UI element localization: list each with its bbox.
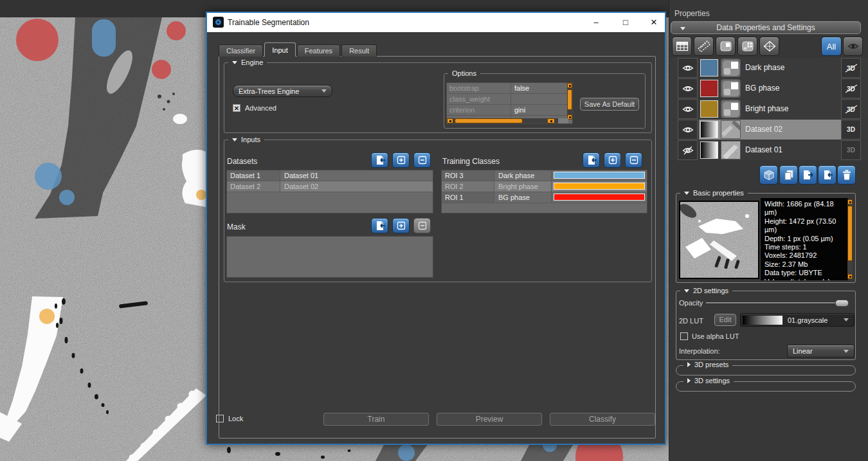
tab-bar: Classifier Input Features Result (219, 42, 378, 57)
roi-type-icon (721, 100, 741, 118)
dataset-lut-swatch[interactable] (700, 121, 718, 138)
show-all-button[interactable]: All (821, 37, 842, 56)
3d-badge: 3D (847, 126, 855, 133)
image-icon (719, 41, 732, 52)
eye-icon (682, 64, 694, 73)
visibility-toggle[interactable] (678, 58, 698, 78)
eye-icon (682, 84, 694, 93)
export-button[interactable] (799, 165, 817, 185)
copy-icon (784, 170, 794, 181)
minimize-button[interactable]: – (586, 13, 606, 32)
3d-toggle[interactable]: 3D (841, 120, 861, 140)
3d-toggle[interactable]: 3D (841, 140, 861, 160)
cube-icon (763, 169, 775, 181)
maximize-button[interactable]: □ (616, 13, 635, 32)
tab-result[interactable]: Result (341, 44, 377, 57)
options-group-label: Options (452, 69, 476, 77)
collapse-2d-icon[interactable] (684, 289, 689, 293)
collapse-basic-icon[interactable] (684, 192, 689, 195)
table-view-button[interactable] (672, 37, 692, 56)
roi-color-swatch[interactable] (700, 80, 718, 97)
no-3d-icon: 3D (845, 63, 858, 73)
dialog-titlebar[interactable]: Trainable Segmentation – □ ✕ (207, 13, 665, 32)
show-all-label: All (827, 42, 836, 51)
3d-presets-label: 3D presets (694, 361, 728, 368)
dialog-body: Classifier Input Features Result Engine … (207, 32, 665, 444)
no-3d-toggle[interactable]: 3D (841, 58, 861, 78)
roi-type-icon (721, 79, 741, 98)
single-view-button[interactable] (716, 37, 736, 56)
basic-properties-label: Basic properties (693, 189, 744, 197)
export-file-icon (802, 170, 814, 180)
dialog-title: Trainable Segmentation (228, 18, 309, 27)
import-button[interactable] (818, 165, 836, 185)
2d-settings-group: 2D settings (676, 291, 856, 360)
inputs-group-label: Inputs (241, 136, 260, 143)
layer-row-selected[interactable]: Dataset 02 3D (669, 120, 868, 140)
engine-group-label: Engine (241, 59, 263, 66)
multi-view-button[interactable] (737, 37, 757, 56)
eye-icon (847, 42, 859, 51)
no-3d-toggle[interactable]: 3D (841, 78, 861, 98)
trainable-segmentation-dialog: Trainable Segmentation – □ ✕ Classifier … (206, 12, 666, 445)
expand-3d-presets-icon[interactable] (687, 362, 691, 367)
data-properties-header-label: Data Properties and Settings (716, 23, 815, 32)
options-group: Options (444, 73, 646, 129)
dataset-lut-swatch[interactable] (700, 141, 718, 159)
layer-name: Dataset 02 (745, 120, 782, 140)
mesh-diamond-icon (763, 41, 776, 52)
no-3d-icon: 3D (845, 84, 858, 94)
3d-settings-label: 3D settings (694, 377, 730, 384)
layer-name: Dataset 01 (745, 140, 782, 160)
application-window: Trainable Segmentation – □ ✕ Classifier … (0, 0, 868, 461)
basic-properties-group: Basic properties (676, 193, 856, 283)
duplicate-button[interactable] (779, 165, 798, 185)
mesh-view-button[interactable] (759, 37, 779, 56)
collapse-section-icon[interactable] (680, 27, 685, 30)
layer-row[interactable]: Bright phase 3D (669, 99, 868, 119)
tab-classifier[interactable]: Classifier (219, 44, 263, 57)
tab-features[interactable]: Features (297, 44, 340, 57)
inputs-group: Inputs (224, 140, 652, 282)
layer-name: BG phase (745, 78, 779, 98)
import-file-icon (822, 170, 833, 180)
layer-row[interactable]: Dark phase 3D (669, 58, 868, 78)
dataset-thumbnail (721, 120, 741, 139)
visibility-toggle[interactable] (678, 78, 698, 98)
3d-presets-header[interactable]: 3D presets (683, 361, 732, 368)
data-properties-header[interactable]: Data Properties and Settings (671, 21, 861, 34)
layer-name: Dark phase (745, 58, 784, 78)
properties-panel: Properties Data Properties and Settings (669, 0, 868, 461)
3d-badge: 3D (847, 147, 855, 154)
show-in-3d-button[interactable] (759, 165, 778, 185)
layer-name: Bright phase (745, 99, 788, 119)
tab-input[interactable]: Input (264, 42, 295, 57)
dataset-thumbnail (721, 141, 741, 159)
visibility-toggle[interactable] (678, 120, 698, 140)
roi-color-swatch[interactable] (700, 59, 718, 77)
delete-button[interactable] (837, 165, 856, 185)
visibility-toggle[interactable] (678, 99, 698, 119)
ruler-icon (698, 41, 710, 52)
collapse-inputs-icon[interactable] (232, 138, 237, 141)
trash-icon (842, 170, 851, 180)
layer-row[interactable]: Dataset 01 3D (669, 140, 868, 160)
collapse-engine-icon[interactable] (232, 61, 237, 64)
no-3d-toggle[interactable]: 3D (841, 99, 861, 119)
measure-button[interactable] (694, 37, 714, 56)
no-3d-icon: 3D (845, 104, 858, 114)
close-button[interactable]: ✕ (644, 13, 664, 32)
visibility-toggle[interactable] (678, 140, 698, 160)
eye-icon (682, 105, 694, 114)
layer-row[interactable]: BG phase 3D (669, 78, 868, 98)
roi-color-swatch[interactable] (700, 100, 718, 118)
3d-settings-header[interactable]: 3D settings (683, 377, 734, 384)
roi-type-icon (721, 59, 741, 77)
table-icon (676, 41, 689, 51)
eye-icon (682, 125, 694, 134)
expand-3d-settings-icon[interactable] (687, 378, 691, 383)
visibility-filter-button[interactable] (843, 37, 863, 56)
app-icon (213, 17, 224, 28)
2d-settings-label: 2D settings (693, 287, 728, 294)
eye-hidden-icon (682, 146, 694, 155)
